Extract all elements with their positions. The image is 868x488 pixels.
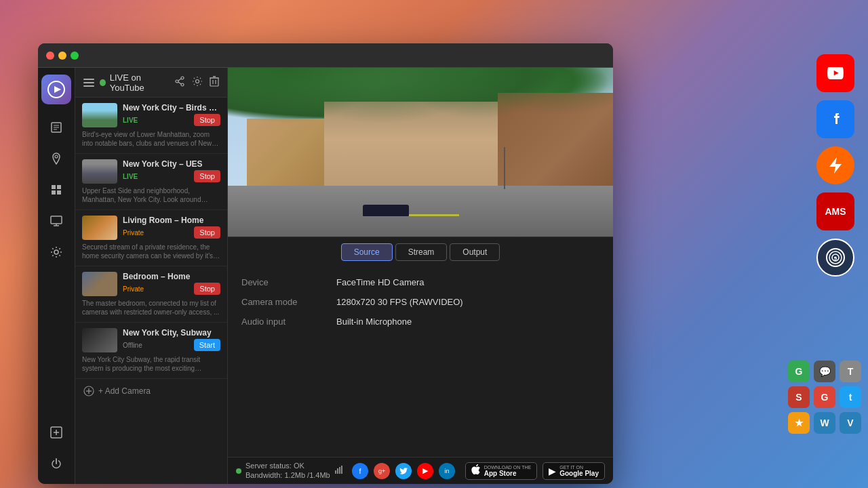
app-window: LIVE on YouTube — [38, 43, 613, 484]
preview-area: Source Stream Output Device FaceTime HD … — [228, 68, 613, 484]
small-icon-g2[interactable]: G — [814, 386, 835, 408]
camera-desc: Bird's-eye view of Lower Manhattan, zoom… — [82, 130, 220, 148]
app-store-name: App Store — [484, 470, 532, 477]
sidebar-item-grid[interactable] — [43, 176, 70, 203]
camera-list-header: LIVE on YouTube — [75, 68, 227, 98]
social-linkedin[interactable]: in — [439, 463, 455, 479]
desktop-icons-small: G 💬 T S G t ★ W V — [788, 361, 861, 434]
social-facebook[interactable]: f — [352, 463, 368, 479]
sidebar-item-monitor[interactable] — [43, 207, 70, 235]
camera-name: Living Room – Home — [123, 216, 220, 225]
sidebar-item-plus[interactable] — [43, 419, 70, 446]
small-icon-chat[interactable]: 💬 — [814, 361, 835, 382]
title-bar — [38, 43, 613, 68]
store-badges: Download on the App Store ▶ GET IT ON Go… — [465, 462, 605, 480]
tab-stream[interactable]: Stream — [395, 243, 448, 261]
bandwidth-text: Bandwidth: 1.2Mb /1.4Mb — [245, 471, 330, 480]
camera-item-nyc-ues[interactable]: New York City – UES LIVE Stop Upper East… — [75, 154, 227, 210]
svg-rect-8 — [57, 185, 61, 189]
controls-bar: Source Stream Output — [228, 237, 613, 266]
small-icon-g[interactable]: G — [788, 361, 810, 382]
google-play-name: Google Play — [559, 470, 599, 477]
sidebar-item-location[interactable] — [43, 145, 70, 172]
camera-thumb-nyc-birds — [82, 103, 117, 127]
camera-desc: The master bedroom, connected to my list… — [82, 299, 220, 317]
desktop-icons: AMS 5 — [816, 54, 854, 277]
camera-name: Bedroom – Home — [123, 272, 220, 281]
bandwidth-icon — [334, 465, 344, 476]
tab-source[interactable]: Source — [341, 243, 393, 261]
status-badge: LIVE — [123, 117, 138, 124]
small-icon-s[interactable]: S — [788, 386, 810, 408]
app-logo[interactable] — [41, 75, 71, 104]
svg-line-21 — [178, 79, 181, 81]
sidebar-item-settings[interactable] — [43, 239, 70, 266]
start-button-subway[interactable]: Start — [194, 339, 220, 351]
status-badge: Private — [123, 229, 144, 237]
camera-item-nyc-subway[interactable]: New York City, Subway Offline Start New … — [75, 323, 227, 379]
close-button[interactable] — [46, 52, 54, 60]
desktop-icon-ams[interactable]: AMS — [816, 192, 854, 230]
desktop-icon-lightning[interactable] — [816, 146, 854, 184]
menu-icon[interactable] — [83, 79, 94, 87]
sidebar — [38, 68, 75, 484]
svg-rect-10 — [57, 190, 61, 195]
small-icon-tw[interactable]: t — [840, 386, 861, 408]
desktop-icon-target[interactable]: 5 — [816, 239, 854, 277]
sidebar-item-power[interactable] — [43, 450, 70, 477]
small-icon-t[interactable]: T — [840, 361, 861, 382]
app-store-badge[interactable]: Download on the App Store — [465, 462, 538, 480]
camera-item-bedroom[interactable]: Bedroom – Home Private Stop The master b… — [75, 266, 227, 323]
stop-button-bedroom[interactable]: Stop — [194, 283, 220, 295]
camera-desc: New York City Subway, the rapid transit … — [82, 355, 220, 373]
svg-point-14 — [54, 250, 58, 254]
prop-camera-mode-label: Camera mode — [241, 297, 336, 307]
minimize-button[interactable] — [58, 52, 66, 60]
live-label: LIVE on YouTube — [110, 73, 169, 93]
status-badge: Offline — [123, 342, 142, 349]
settings-icon[interactable] — [192, 76, 203, 89]
small-icon-star[interactable]: ★ — [788, 412, 810, 434]
share-icon[interactable] — [174, 76, 185, 89]
google-play-icon: ▶ — [549, 466, 556, 476]
camera-info-bedroom: Bedroom – Home Private Stop — [123, 272, 220, 295]
server-status: Server status: OK Bandwidth: 1.2Mb /1.4M… — [236, 462, 344, 479]
camera-thumb-living — [82, 216, 117, 240]
app-store-sub: Download on the — [484, 465, 532, 470]
stop-button-nyc-ues[interactable]: Stop — [194, 170, 220, 182]
svg-point-18 — [181, 77, 184, 79]
camera-name: New York City – Birds Eye — [123, 103, 220, 113]
tab-output[interactable]: Output — [450, 243, 500, 261]
camera-name: New York City, Subway — [123, 328, 220, 338]
camera-item-living-room[interactable]: Living Room – Home Private Stop Secured … — [75, 210, 227, 266]
road — [228, 186, 613, 237]
video-preview — [228, 68, 613, 237]
social-twitter[interactable] — [395, 463, 412, 479]
stop-button-living[interactable]: Stop — [194, 226, 220, 239]
small-icon-v[interactable]: V — [840, 412, 861, 434]
car — [363, 205, 409, 216]
camera-info-nyc-ues: New York City – UES LIVE Stop — [123, 159, 220, 182]
camera-info-nyc-birds: New York City – Birds Eye LIVE Stop — [123, 103, 220, 126]
small-icon-wp[interactable]: W — [814, 412, 835, 434]
delete-icon[interactable] — [210, 76, 219, 89]
prop-device-row: Device FaceTime HD Camera — [241, 277, 599, 287]
camera-info-living: Living Room – Home Private Stop — [123, 216, 220, 239]
camera-name: New York City – UES — [123, 159, 220, 169]
camera-item-nyc-birds[interactable]: New York City – Birds Eye LIVE Stop Bird… — [75, 98, 227, 154]
desktop-icon-facebook[interactable] — [816, 100, 854, 138]
sidebar-item-book[interactable] — [43, 114, 70, 141]
camera-thumb-subway — [82, 328, 117, 352]
camera-thumb-bedroom — [82, 272, 117, 296]
google-play-badge[interactable]: ▶ GET IT ON Google Play — [542, 462, 605, 480]
social-youtube[interactable]: ▶ — [417, 463, 433, 479]
apple-icon — [471, 464, 481, 477]
add-camera-button[interactable]: + Add Camera — [75, 379, 227, 403]
svg-rect-9 — [52, 190, 56, 195]
social-google[interactable]: g+ — [374, 463, 390, 479]
svg-rect-32 — [335, 470, 336, 474]
maximize-button[interactable] — [71, 52, 79, 60]
server-status-text: Server status: OK — [245, 462, 330, 470]
desktop-icon-youtube[interactable] — [816, 54, 854, 92]
stop-button-nyc-birds[interactable]: Stop — [194, 114, 220, 126]
